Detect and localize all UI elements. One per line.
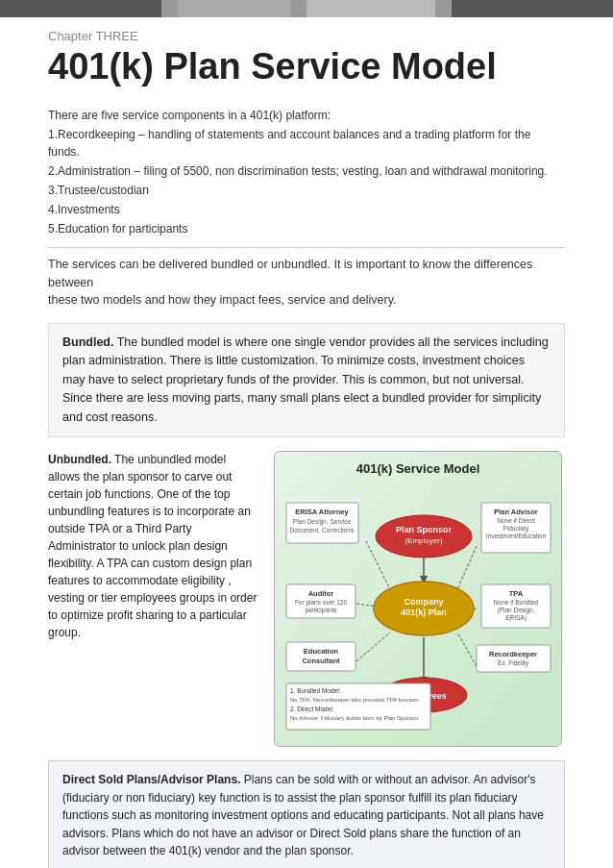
svg-text:Fiduciary: Fiduciary [503,525,529,533]
diagram-area: 401(k) Service Model [271,451,565,747]
svg-text:2.  Direct Model:: 2. Direct Model: [290,706,334,712]
two-col-section: Unbundled. The unbundled model allows th… [48,451,565,747]
svg-text:ERISA): ERISA) [505,614,527,622]
svg-text:TPA: TPA [509,589,524,598]
svg-text:Recordkeeper: Recordkeeper [489,650,537,658]
services-note: The services can be delivered bundled or… [48,247,565,310]
svg-text:(Employer): (Employer) [405,536,442,545]
page-title: 401(k) Plan Service Model [48,47,565,87]
top-bar-segment-1 [0,0,161,17]
svg-text:No Advisor. Fiduciary duties b: No Advisor. Fiduciary duties born by Pla… [290,715,420,721]
svg-text:Education: Education [304,647,339,656]
service-model-diagram: 401(k) Service Model [274,451,562,747]
svg-text:Plan Design, Service: Plan Design, Service [293,518,352,526]
direct-sold-para: Direct Sold Plans/Advisor Plans. Plans c… [62,771,551,860]
svg-text:Consultant: Consultant [302,657,340,665]
svg-line-4 [356,632,390,661]
bundled-section: Bundled. The bundled model is where one … [48,323,565,437]
top-bar-segment-2 [178,0,291,17]
intro-line2: 1.Recordkeeping – handling of statements… [48,126,565,161]
svg-text:1.  Bundled Model:: 1. Bundled Model: [290,687,341,694]
bundled-bold: Bundled. [62,335,113,349]
intro-text: There are five service components in a 4… [48,107,565,237]
top-bar-segment-4 [452,0,613,17]
svg-text:Investment/Education: Investment/Education [486,533,547,539]
direct-sold-bold: Direct Sold Plans/Advisor Plans. [62,773,240,786]
intro-line4: 3.Trustee/custodian [48,182,565,199]
intro-line5: 4.Investments [48,201,565,218]
chapter-label: Chapter THREE [48,29,565,43]
diagram-svg: Plan Sponsor (Employer) ERISA Attorney P… [284,484,553,733]
intro-line6: 5.Education for participants [48,220,565,237]
bundled-text: The bundled model is where one single ve… [62,335,549,424]
header: Chapter THREE 401(k) Plan Service Model [0,17,613,107]
svg-text:Ex. Fidelity: Ex. Fidelity [498,659,529,667]
intro-line3: 2.Administration – filing of 5500, non d… [48,162,565,180]
diagram-title: 401(k) Service Model [284,461,552,476]
svg-text:None if Direct: None if Direct [497,517,535,524]
bottom-sections: Direct Sold Plans/Advisor Plans. Plans c… [48,760,565,868]
svg-text:No TPA. Recordkeeper also prov: No TPA. Recordkeeper also provides TPA f… [290,697,421,703]
unbundled-bold: Unbundled. [48,453,111,466]
top-bar-segment-3 [306,0,435,17]
svg-text:Company: Company [404,597,443,607]
svg-text:Plan Advisor: Plan Advisor [494,508,538,516]
unbundled-text: The unbundled model allows the plan spon… [48,453,257,639]
top-bar-gap-2 [290,0,306,17]
services-note-1: The services can be delivered bundled or… [48,258,532,289]
svg-text:(Plan Design,: (Plan Design, [497,607,534,614]
unbundled-text-col: Unbundled. The unbundled model allows th… [48,451,259,747]
content: There are five service components in a 4… [0,107,613,868]
svg-text:participants: participants [305,607,337,614]
svg-text:Plan Sponsor: Plan Sponsor [396,525,453,534]
top-bar-gap-1 [161,0,178,17]
svg-text:Document, Corrections: Document, Corrections [290,527,355,533]
svg-line-6 [457,632,477,666]
top-bar-gap-3 [435,0,452,17]
svg-text:None if Bundled: None if Bundled [494,599,539,606]
svg-text:Auditor: Auditor [308,589,334,598]
svg-text:ERISA Attorney: ERISA Attorney [295,508,349,516]
intro-line1: There are five service components in a 4… [48,107,565,124]
svg-text:401(k) Plan: 401(k) Plan [401,608,447,617]
svg-line-2 [457,546,477,589]
svg-text:For plans over 120: For plans over 120 [295,599,348,607]
services-note-2: these two models and how they impact fee… [48,293,396,307]
top-bar [0,0,613,17]
